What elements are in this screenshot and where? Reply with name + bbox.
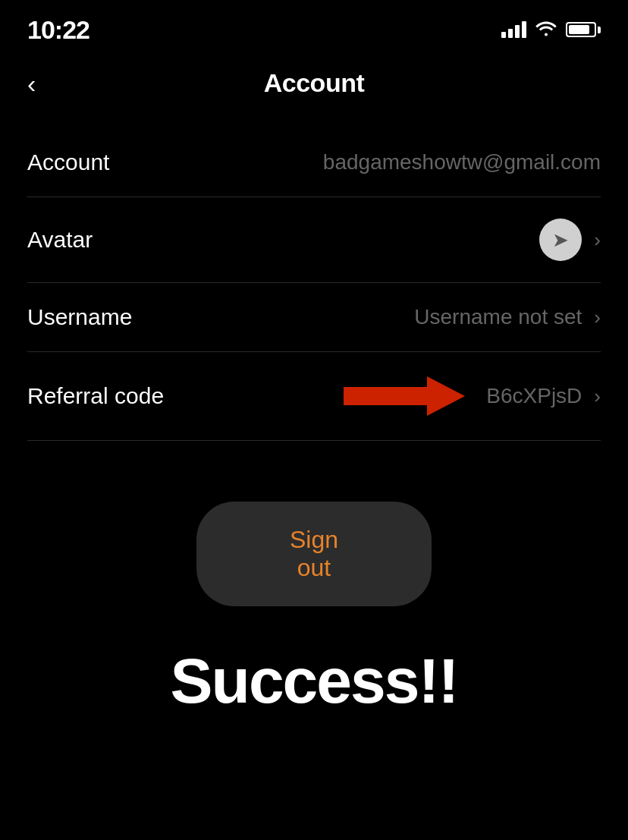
wifi-icon: [535, 20, 557, 39]
username-right: Username not set ›: [414, 305, 601, 329]
sign-out-button[interactable]: Sign out: [196, 502, 432, 606]
avatar-right: ➤ ›: [539, 219, 601, 261]
settings-list: Account badgameshowtw@gmail.com Avatar ➤…: [0, 128, 628, 441]
account-row[interactable]: Account badgameshowtw@gmail.com: [27, 128, 601, 197]
referral-chevron-icon: ›: [594, 385, 601, 408]
referral-label: Referral code: [27, 383, 164, 409]
avatar-icon: ➤: [552, 228, 569, 252]
status-time: 10:22: [27, 15, 89, 45]
signal-icon: [501, 21, 526, 38]
referral-right: B6cXPjsD ›: [344, 373, 601, 419]
success-section: Success!!: [0, 644, 628, 718]
page-title: Account: [264, 68, 365, 98]
success-text: Success!!: [171, 644, 458, 718]
status-bar: 10:22: [0, 0, 628, 53]
username-row[interactable]: Username Username not set ›: [27, 283, 601, 352]
svg-marker-0: [344, 376, 465, 416]
avatar-chevron-icon: ›: [594, 228, 601, 252]
sign-out-section: Sign out: [0, 502, 628, 606]
avatar: ➤: [539, 219, 582, 261]
account-label: Account: [27, 149, 109, 175]
referral-row[interactable]: Referral code B6cXPjsD ›: [27, 352, 601, 441]
status-icons: [501, 20, 601, 39]
avatar-row[interactable]: Avatar ➤ ›: [27, 197, 601, 283]
battery-icon: [566, 22, 601, 37]
red-arrow-annotation: [344, 373, 465, 419]
username-chevron-icon: ›: [594, 306, 601, 329]
account-email: badgameshowtw@gmail.com: [323, 150, 601, 175]
back-button[interactable]: ‹: [27, 71, 36, 96]
username-label: Username: [27, 304, 132, 330]
avatar-label: Avatar: [27, 227, 93, 253]
account-value-group: badgameshowtw@gmail.com: [323, 150, 601, 175]
username-value: Username not set: [414, 305, 582, 329]
sign-out-label: Sign out: [290, 526, 338, 581]
nav-header: ‹ Account: [0, 53, 628, 121]
referral-value: B6cXPjsD: [486, 384, 582, 408]
